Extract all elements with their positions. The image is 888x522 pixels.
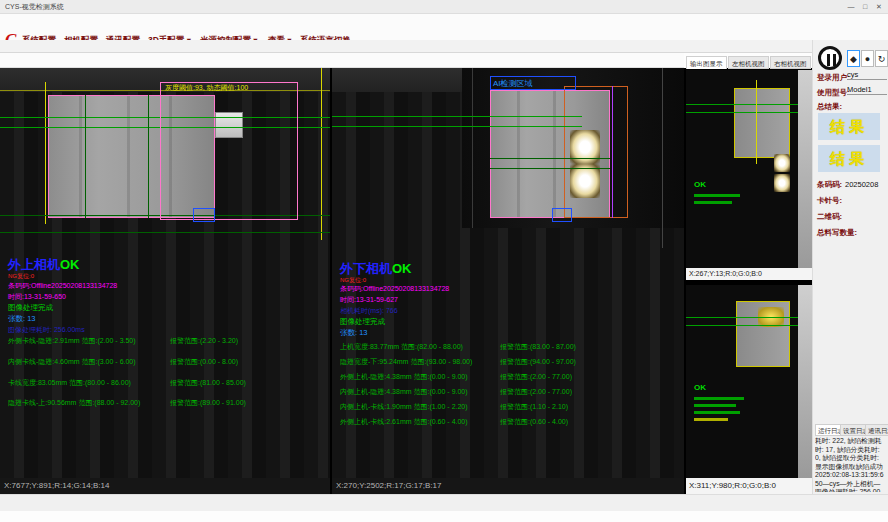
login-user-field[interactable]: [847, 70, 887, 80]
pause-bar: [833, 54, 836, 66]
measurement-alarm: 报警范围:(89.00 - 91.00): [170, 398, 246, 408]
roi-box-small: [193, 208, 215, 222]
overlay-line: [45, 82, 46, 224]
measurement-text: 外侧卡线-隐翅:2.91mm 范围:(2.00 - 3.50): [8, 336, 136, 346]
measurement-text: 隐翅宽度-下:95.24mm 范围:(93.00 - 98.00): [340, 357, 472, 367]
measurement-alarm: 报警范围:(0.00 - 8.00): [170, 357, 238, 367]
measurement-text: 内侧上机-卡线:1.90mm 范围:(1.00 - 2.20): [340, 402, 468, 412]
total-count-label: 总料写数量:: [817, 228, 857, 238]
window-title: CYS-视觉检测系统: [5, 2, 64, 12]
result-box-upper: 结果: [818, 113, 880, 140]
ai-area-label: AI检测区域: [493, 78, 533, 89]
overlay-line: [686, 104, 798, 105]
glow-element: [774, 174, 790, 192]
preview-panel-2[interactable]: OK: [686, 285, 812, 478]
frame-count: 张数: 13: [8, 314, 36, 324]
measurement-text: 内侧上机-隐翅:4.38mm 范围:(0.00 - 9.00): [340, 387, 468, 397]
barcode-label: 条码码:: [817, 180, 842, 190]
frame-count: 张数: 13: [340, 328, 368, 338]
measurement-alarm: 报警范围:(1.10 - 2.10): [500, 402, 568, 412]
preview-tab-output[interactable]: 输出图显示: [686, 56, 727, 69]
mini-text-row: [694, 418, 728, 421]
glow-element: [570, 164, 600, 198]
app-window: CYS-视觉检测系统 — □ ✕ C 系统配置 相机配置 通讯配置 3D手配置 …: [0, 0, 888, 522]
overlay-line: [0, 232, 330, 233]
overlay-line: [686, 112, 798, 113]
status-bar: 心跳信号 相机连接 通讯连接 Cpu: 0.0% Memory: 3424.41…: [0, 494, 888, 511]
mini-product-block: [734, 88, 790, 158]
result-ok: OK: [60, 257, 80, 272]
total-result-label: 总结果:: [817, 102, 842, 112]
measurement-alarm: 报警范围:(2.20 - 3.20): [170, 336, 238, 346]
result-box-lower: 结果: [818, 145, 880, 172]
pause-bar: [827, 54, 830, 66]
right-view-coords: X:270;Y:2502;R:17;G:17;B:17: [332, 478, 684, 494]
camera-view-lower[interactable]: AI检测区域 外下相机OK NG复位:0 条码码:Offline20250208…: [332, 68, 684, 478]
process-time: 图像处理耗时: 256.00ms: [8, 325, 85, 335]
stop-button[interactable]: ●: [861, 50, 874, 67]
mini-text-row: [694, 404, 736, 407]
block-stripe: [79, 96, 82, 217]
tab-row: 运行图像: [0, 40, 888, 53]
overlay-line: [490, 168, 610, 169]
preview2-coords: X:311;Y:980;R:0;G:0;B:0: [686, 478, 812, 494]
log-tab-comm[interactable]: 通讯日志: [865, 424, 888, 436]
block-stripe: [553, 91, 556, 217]
process-done: 图像处理完成: [8, 303, 53, 313]
measurement-alarm: 报警范围:(83.00 - 87.00): [500, 342, 576, 352]
title-bar: CYS-视觉检测系统 — □ ✕: [0, 0, 888, 14]
block-stripe: [127, 96, 130, 217]
log-text[interactable]: 耗时: 222, 缺陷检测耗时: 17, 缺陷分类耗时: 0, 缺陷提取分类耗时…: [815, 437, 885, 492]
measurement-text: 外侧上机-卡线:2.61mm 范围:(0.60 - 4.00): [340, 417, 468, 427]
model-label: 使用型号:: [817, 88, 850, 98]
glow-element: [774, 154, 790, 172]
preview-tab-left-cam[interactable]: 左相机视图: [728, 56, 769, 69]
mini-text-row: [694, 411, 740, 414]
mini-bright-strip: [798, 70, 812, 268]
mini-text-row: [694, 201, 732, 204]
overlay-line: [756, 80, 757, 164]
minimize-icon[interactable]: —: [844, 1, 858, 13]
pause-button[interactable]: [818, 46, 842, 70]
ng-reset-line: NG复位:0: [8, 272, 34, 281]
camera-time: 相机耗时(ms): 766: [340, 306, 398, 316]
overlay-line: [332, 116, 582, 117]
overlay-line: [612, 86, 613, 218]
camera-view-upper[interactable]: 灰度阈值:93, 动态阈值:100 外上相机OK NG复位:0 条码码:Offl…: [0, 68, 330, 478]
block-stripe: [517, 91, 520, 217]
maximize-icon[interactable]: □: [858, 1, 872, 13]
measurement-text: 上机宽度:83.77mm 范围:(82.00 - 88.00): [340, 342, 463, 352]
refresh-button[interactable]: ↻: [875, 50, 888, 67]
overlay-line: [490, 158, 610, 159]
overlay-line: [85, 95, 86, 218]
result-ok: OK: [392, 261, 412, 276]
measurement-text: 卡线宽度:83.05mm 范围:(80.00 - 86.00): [8, 378, 131, 388]
camera-name: 外下相机: [340, 261, 392, 276]
login-user-label: 登录用户:: [817, 73, 850, 83]
overlay-line: [148, 95, 149, 218]
preview-panel-1[interactable]: OK: [686, 70, 812, 268]
measurement-text: 外侧上机-隐翅:4.38mm 范围:(0.00 - 9.00): [340, 372, 468, 382]
mini-result-ok: OK: [694, 383, 706, 392]
model-field[interactable]: [847, 85, 887, 95]
barcode-line: 条码码:Offline20250208133134728: [8, 281, 117, 291]
barcode-line: 条码码:Offline20250208133134728: [340, 284, 449, 294]
overlay-line: [662, 68, 663, 248]
overlay-line: [332, 126, 582, 127]
preview1-coords: X:267;Y:13;R:0;G:0;B:0: [686, 268, 812, 280]
measurement-alarm: 报警范围:(0.60 - 4.00): [500, 417, 568, 427]
overlay-line: [686, 317, 798, 318]
overlay-line: [472, 68, 473, 228]
measurement-alarm: 报警范围:(81.00 - 85.00): [170, 378, 246, 388]
camera-name: 外上相机: [8, 257, 60, 272]
menu-bar: C 系统配置 相机配置 通讯配置 3D手配置 ▾ 光源控制配置 ▾ 查看 ▾ 系…: [0, 14, 888, 40]
barcode-value: 20250208: [845, 180, 878, 189]
measurement-alarm: 报警范围:(2.00 - 77.00): [500, 387, 572, 397]
mini-result-ok: OK: [694, 180, 706, 189]
roi-box: [160, 82, 298, 220]
preview-tab-right-cam[interactable]: 右相机视图: [770, 56, 811, 69]
toolbar: 相机配置 AI使用配置 相机调试 离线设置 点检设置 ▾ 图像处理 ▾ 基准线参…: [0, 53, 684, 68]
threshold-label: 灰度阈值:93, 动态阈值:100: [165, 83, 248, 93]
close-icon[interactable]: ✕: [872, 1, 886, 13]
user-button[interactable]: ◆: [847, 50, 860, 67]
